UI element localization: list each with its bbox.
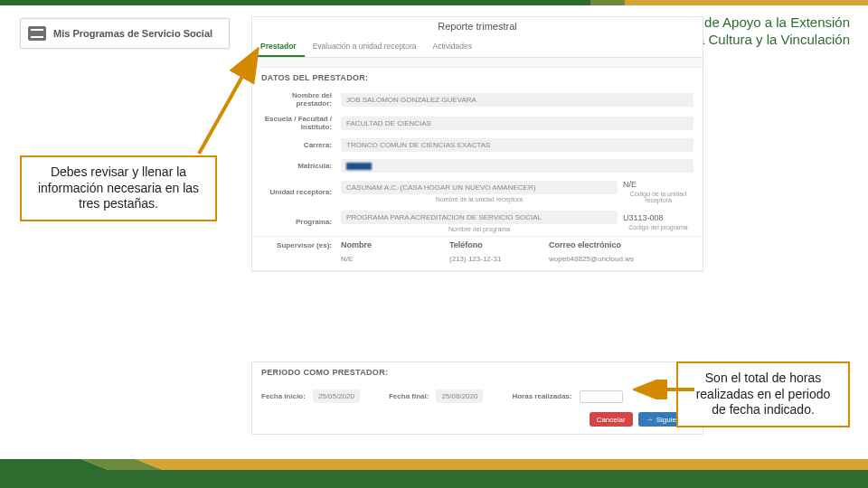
callout-left: Debes revisar y llenar la información ne… <box>20 155 217 221</box>
supervisor-mail: wopeb48825@oncloud.ws <box>549 255 693 263</box>
tab-evaluacion[interactable]: Evaluación a unidad receptora <box>305 37 425 57</box>
row-nombre: Nombre del prestador: JOB SALOMON GONZAL… <box>252 88 703 111</box>
card-title: Reporte trimestral <box>252 17 703 37</box>
row-unidad: Unidad receptora: CASUNAM A.C. (CASA HOG… <box>252 176 703 207</box>
field-escuela: FACULTAD DE CIENCIAS <box>341 117 693 130</box>
supervisor-tel: (213) 123-12-31 <box>449 255 549 263</box>
callout-left-text: Debes revisar y llenar la información ne… <box>38 164 199 211</box>
field-programa-code: U3113-008 <box>623 213 693 222</box>
label-fecha-final: Fecha final: <box>389 392 429 400</box>
callout-right-text: Son el total de horas realizadas en el p… <box>696 371 831 417</box>
row-programa: Programa: PROGRAMA PARA ACREDITACION DE … <box>252 207 703 236</box>
field-programa: PROGRAMA PARA ACREDITACION DE SERVICIO S… <box>341 211 618 224</box>
label-programa: Programa: <box>261 218 341 226</box>
label-carrera: Carrera: <box>261 141 341 149</box>
field-horas-realizadas[interactable] <box>580 390 623 403</box>
field-unidad: CASUNAM A.C. (CASA HOGAR UN NUEVO AMANEC… <box>341 181 618 194</box>
field-carrera: TRONCO COMUN DE CIENCIAS EXACTAS <box>341 138 693 152</box>
list-icon <box>28 26 46 41</box>
supervisor-nombre: N/E <box>341 255 449 263</box>
tabs: Prestador Evaluación a unidad receptora … <box>252 37 703 58</box>
supervisor-row: N/E (213) 123-12-31 wopeb48825@oncloud.w… <box>252 253 703 271</box>
section-datos-prestador: DATOS DEL PRESTADOR: <box>252 67 703 88</box>
sublabel-programa: Nombre del programa <box>341 226 618 232</box>
bottom-stripe <box>0 459 868 488</box>
sublabel-programa-code: Código del programa <box>623 224 693 230</box>
matricula-redacted <box>346 163 372 170</box>
row-carrera: Carrera: TRONCO COMUN DE CIENCIAS EXACTA… <box>252 135 703 155</box>
svg-line-1 <box>199 52 256 154</box>
field-fecha-final: 25/08/2020 <box>436 389 483 403</box>
field-nombre: JOB SALOMON GONZALEZ GUEVARA <box>341 93 693 107</box>
arrow-to-horas-icon <box>633 380 696 399</box>
supervisor-h-nombre: Nombre <box>341 240 449 249</box>
cancel-label: Cancelar <box>597 416 626 424</box>
button-row: Cancelar Siguiente <box>252 412 703 434</box>
cancel-button[interactable]: Cancelar <box>590 412 633 427</box>
row-escuela: Escuela / Facultad / Instituto: FACULTAD… <box>252 111 703 135</box>
field-matricula <box>341 159 693 173</box>
label-fecha-inicio: Fecha inicio: <box>261 392 306 400</box>
svg-marker-6 <box>136 459 868 470</box>
label-supervisor: Supervisor (es): <box>261 241 341 249</box>
label-unidad: Unidad receptora: <box>261 188 341 196</box>
supervisor-h-tel: Teléfono <box>449 240 549 249</box>
label-horas: Horas realizadas: <box>512 392 571 400</box>
field-unidad-code: N/E <box>623 180 693 189</box>
label-escuela: Escuela / Facultad / Instituto: <box>261 115 341 131</box>
field-fecha-inicio: 25/05/2020 <box>313 389 360 403</box>
label-matricula: Matrícula: <box>261 162 341 170</box>
sidebar-item-label: Mis Programas de Servicio Social <box>53 28 212 39</box>
sublabel-unidad-code: Código de la unidad receptora <box>623 191 693 203</box>
top-stripe <box>0 0 868 9</box>
row-supervisor-label: Supervisor (es): Nombre Teléfono Correo … <box>252 236 703 253</box>
sidebar-item-programas[interactable]: Mis Programas de Servicio Social <box>20 18 230 49</box>
label-nombre: Nombre del prestador: <box>261 91 341 108</box>
row-matricula: Matrícula: <box>252 155 703 176</box>
tab-actividades[interactable]: Actividades <box>425 37 480 57</box>
sublabel-unidad: Nombre de la unidad receptora <box>341 196 618 202</box>
report-card: Reporte trimestral Prestador Evaluación … <box>251 16 703 272</box>
arrow-to-tabs-icon <box>185 47 267 155</box>
callout-right: Son el total de horas realizadas en el p… <box>676 361 850 427</box>
supervisor-h-mail: Correo electrónico <box>549 240 693 249</box>
